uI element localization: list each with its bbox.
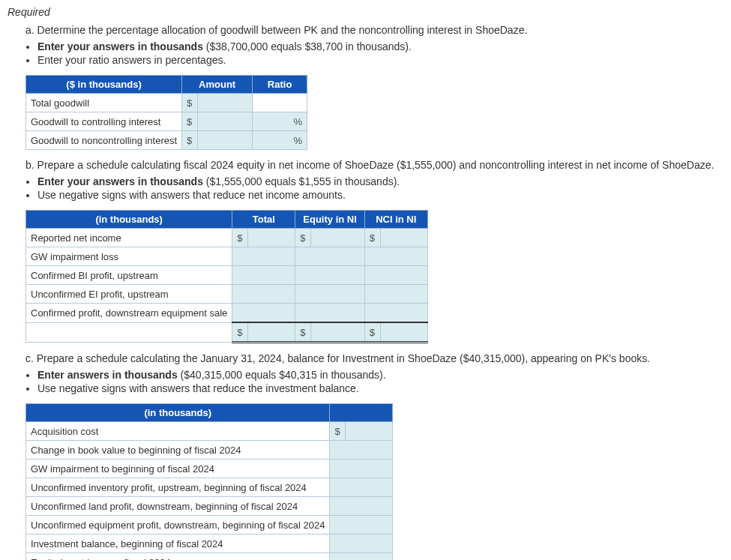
th-amount: Amount: [182, 76, 253, 94]
table-row: GW impairment loss: [26, 247, 428, 266]
amount-input[interactable]: [330, 516, 393, 535]
ratio-input[interactable]: %: [253, 131, 307, 150]
amount-input[interactable]: [198, 131, 253, 150]
row-label: Investment balance, beginning of fiscal …: [26, 535, 330, 553]
equity-input[interactable]: [295, 247, 365, 266]
bullet-text: ($40,315,000 equals $40,315 in thousands…: [178, 369, 386, 381]
part-a-prompt: a. Determine the percentage allocation o…: [25, 24, 724, 36]
row-label: GW impairment loss: [26, 247, 232, 266]
th-total: Total: [232, 211, 295, 229]
th-label: (in thousands): [26, 211, 232, 229]
bullet-text: Enter your ratio answers in percentages.: [37, 54, 226, 66]
row-label: Confirmed profit, downstream equipment s…: [26, 304, 232, 323]
row-label: Unconfirmed equipment profit, downstream…: [26, 516, 330, 535]
table-row: Total goodwill $: [26, 94, 307, 112]
row-label: [26, 322, 232, 343]
table-row: Unconfirmed inventory profit, upstream, …: [26, 478, 393, 497]
currency-symbol: $: [295, 229, 311, 247]
amount-input[interactable]: [330, 535, 393, 553]
th-equity: Equity in NI: [295, 211, 365, 229]
amount-input[interactable]: [330, 497, 393, 516]
list-item: Enter your answers in thousands ($1,555,…: [37, 175, 724, 187]
list-item: Use negative signs with answers that red…: [37, 189, 724, 201]
part-b-prompt: b. Prepare a schedule calculating fiscal…: [25, 159, 724, 171]
row-label: Goodwill to controlling interest: [26, 112, 182, 131]
row-label: Acquisition cost: [26, 422, 330, 441]
nci-input[interactable]: [364, 266, 427, 285]
total-input[interactable]: [232, 247, 295, 266]
total-input[interactable]: [232, 266, 295, 285]
row-label: Equity in net income, fiscal 2024: [26, 553, 330, 561]
th-ratio: Ratio: [253, 76, 307, 94]
row-label: Confirmed BI profit, upstream: [26, 266, 232, 285]
nci-input[interactable]: [380, 229, 427, 247]
list-item: Enter answers in thousands ($40,315,000 …: [37, 369, 724, 381]
equity-sum[interactable]: [311, 322, 365, 343]
th-nci: NCI in NI: [364, 211, 427, 229]
equity-input[interactable]: [295, 304, 365, 323]
row-label: Goodwill to noncontrolling interest: [26, 131, 182, 150]
part-a: a. Determine the percentage allocation o…: [25, 24, 724, 36]
table-row: GW impairment to beginning of fiscal 202…: [26, 460, 393, 478]
row-label: Change in book value to beginning of fis…: [26, 441, 330, 460]
total-input[interactable]: [232, 285, 295, 304]
bullet-bold: Enter answers in thousands: [37, 369, 178, 381]
th-blank: [330, 404, 393, 422]
total-input[interactable]: [232, 304, 295, 323]
equity-input[interactable]: [295, 266, 365, 285]
table-a: ($ in thousands) Amount Ratio Total good…: [25, 75, 307, 150]
total-input[interactable]: [248, 229, 295, 247]
amount-input[interactable]: [198, 94, 253, 112]
currency-symbol: $: [182, 94, 198, 112]
th-label: (in thousands): [26, 404, 330, 422]
currency-symbol: $: [232, 322, 248, 343]
amount-input[interactable]: [198, 112, 253, 131]
nci-input[interactable]: [364, 247, 427, 266]
currency-symbol: $: [182, 112, 198, 131]
totals-row: $ $ $: [26, 322, 428, 343]
bullet-text: Use negative signs with answers that red…: [37, 189, 346, 201]
row-label: Unconfirmed land profit, downstream, beg…: [26, 497, 330, 516]
ratio-cell: [253, 94, 307, 112]
part-b-bullets: Enter your answers in thousands ($1,555,…: [25, 175, 724, 201]
table-row: Goodwill to controlling interest $ %: [26, 112, 307, 131]
equity-input[interactable]: [311, 229, 365, 247]
bullet-text: ($38,700,000 equals $38,700 in thousands…: [203, 40, 412, 52]
bullet-text: Use negative signs with answers that red…: [37, 382, 359, 394]
nci-sum[interactable]: [380, 322, 427, 343]
table-row: Unconfirmed equipment profit, downstream…: [26, 516, 393, 535]
row-label: Total goodwill: [26, 94, 182, 112]
row-label: GW impairment to beginning of fiscal 202…: [26, 460, 330, 478]
currency-symbol: $: [364, 322, 380, 343]
part-c-prompt: c. Prepare a schedule calculating the Ja…: [25, 352, 724, 364]
currency-symbol: $: [232, 229, 248, 247]
ratio-input[interactable]: %: [253, 112, 307, 131]
amount-input[interactable]: [330, 478, 393, 497]
amount-input[interactable]: [330, 553, 393, 561]
list-item: Enter your ratio answers in percentages.: [37, 54, 724, 66]
currency-symbol: $: [182, 131, 198, 150]
table-row: Goodwill to noncontrolling interest $ %: [26, 131, 307, 150]
list-item: Use negative signs with answers that red…: [37, 382, 724, 394]
currency-symbol: $: [295, 322, 311, 343]
total-sum[interactable]: [248, 322, 295, 343]
table-row: Reported net income $ $ $: [26, 229, 428, 247]
equity-input[interactable]: [295, 285, 365, 304]
row-label: Unconfirmed EI profit, upstream: [26, 285, 232, 304]
bullet-bold: Enter your answers in thousands: [37, 175, 203, 187]
table-row: Change in book value to beginning of fis…: [26, 441, 393, 460]
required-heading: Required: [7, 6, 724, 18]
amount-input[interactable]: [330, 460, 393, 478]
currency-symbol: $: [364, 229, 380, 247]
nci-input[interactable]: [364, 285, 427, 304]
table-c: (in thousands) Acquisition cost $ Change…: [25, 403, 393, 560]
table-b: (in thousands) Total Equity in NI NCI in…: [25, 210, 428, 343]
part-a-bullets: Enter your answers in thousands ($38,700…: [25, 40, 724, 66]
amount-input[interactable]: [346, 422, 393, 441]
row-label: Unconfirmed inventory profit, upstream, …: [26, 478, 330, 497]
th-label: ($ in thousands): [26, 76, 182, 94]
nci-input[interactable]: [364, 304, 427, 323]
table-row: Confirmed BI profit, upstream: [26, 266, 428, 285]
bullet-bold: Enter your answers in thousands: [37, 40, 203, 52]
amount-input[interactable]: [330, 441, 393, 460]
